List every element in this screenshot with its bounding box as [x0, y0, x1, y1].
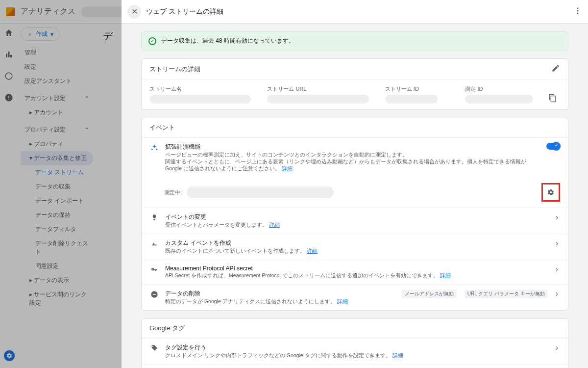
stream-details-card: ストリームの詳細 ストリーム名 ストリーム URL ストリーム ID 測定 ID	[141, 58, 568, 110]
data-flow-notice: ✓ データ収集は、過去 48 時間有効になっています。	[141, 31, 568, 51]
custom-learn-link[interactable]: 詳細	[307, 248, 318, 254]
chevron-right-icon: ›	[554, 265, 560, 274]
measuring-events-list	[187, 186, 334, 198]
badge-query-disabled: URL クエリ パラメータ キーが無効	[465, 289, 548, 298]
panel-title: ウェブ ストリームの詳細	[146, 7, 223, 16]
modify-learn-link[interactable]: 詳細	[269, 222, 280, 228]
value-stream-name	[149, 95, 251, 104]
enhanced-measurement-settings-button[interactable]	[541, 183, 560, 202]
badge-email-disabled: メールアドレスが無効	[402, 289, 457, 298]
chevron-right-icon: ›	[554, 239, 560, 248]
label-measurement-id: 測定 ID	[465, 85, 540, 93]
chevron-right-icon: ›	[554, 289, 560, 298]
value-stream-url	[267, 95, 368, 104]
enhanced-measurement-title: 拡張計測機能	[165, 143, 540, 151]
stream-details-heading: ストリームの詳細	[149, 65, 200, 74]
copy-measurement-id-button[interactable]	[545, 85, 560, 104]
gtag-heading: Google タグ	[149, 324, 185, 333]
close-panel-button[interactable]: ✕	[127, 5, 141, 19]
gtag-config-row[interactable]: タグ設定を行うクロスドメイン リンクや内部トラフィックなどの Google タグ…	[142, 338, 568, 364]
gtag-config-link[interactable]: 詳細	[392, 352, 403, 358]
value-measurement-id	[465, 95, 533, 104]
enhanced-measurement-toggle[interactable]	[546, 143, 560, 150]
enhanced-learn-more-link[interactable]: 詳細	[282, 165, 293, 171]
label-stream-id: ストリーム ID	[385, 85, 461, 93]
measuring-label: 測定中:	[164, 189, 182, 196]
modify-icon	[149, 214, 159, 222]
google-tag-card: Google タグ タグ設定を行うクロスドメイン リンクや内部トラフィックなどの…	[141, 318, 568, 368]
mp-secret-row[interactable]: Measurement Protocol API secretAPI Secre…	[142, 260, 568, 284]
enhanced-measurement-desc: ページビューの標準測定に加え、サイトのコンテンツとのインタラクションを自動的に測…	[165, 152, 540, 172]
mp-learn-link[interactable]: 詳細	[440, 272, 451, 278]
redact-data-row[interactable]: データの削除特定のデータが Google アナリティクスに送信されないようにしま…	[142, 284, 568, 310]
sparkle-icon	[149, 144, 159, 152]
modify-events-row[interactable]: イベントの変更受信イベントとパラメータを変更します。詳細 ›	[142, 208, 568, 234]
redact-icon	[149, 290, 159, 298]
key-icon	[149, 266, 159, 274]
check-icon: ✓	[148, 37, 156, 45]
stream-detail-panel: ✕ ウェブ ストリームの詳細 ✓ データ収集は、過去 48 時間有効になっていま…	[122, 0, 588, 368]
custom-events-row[interactable]: カスタム イベントを作成既存のイベントに基づいて新しいイベントを作成します。詳細…	[142, 234, 568, 260]
chevron-right-icon: ›	[554, 213, 560, 222]
gtag-connected-row[interactable]: 接続済みのサイトタグを管理するこのストリームのページ上の Google タグを使…	[142, 364, 568, 368]
more-options-button[interactable]	[573, 6, 582, 17]
label-stream-name: ストリーム名	[149, 85, 262, 93]
label-stream-url: ストリーム URL	[267, 85, 380, 93]
redact-learn-link[interactable]: 詳細	[337, 298, 348, 304]
value-stream-id	[385, 95, 438, 104]
tag-icon	[149, 344, 159, 352]
edit-stream-button[interactable]	[551, 64, 560, 74]
custom-event-icon	[149, 240, 159, 248]
events-card: イベント 拡張計測機能 ページビューの標準測定に加え、サイトのコンテンツとのイン…	[141, 118, 568, 311]
events-heading: イベント	[149, 123, 175, 132]
chevron-right-icon: ›	[554, 343, 560, 352]
